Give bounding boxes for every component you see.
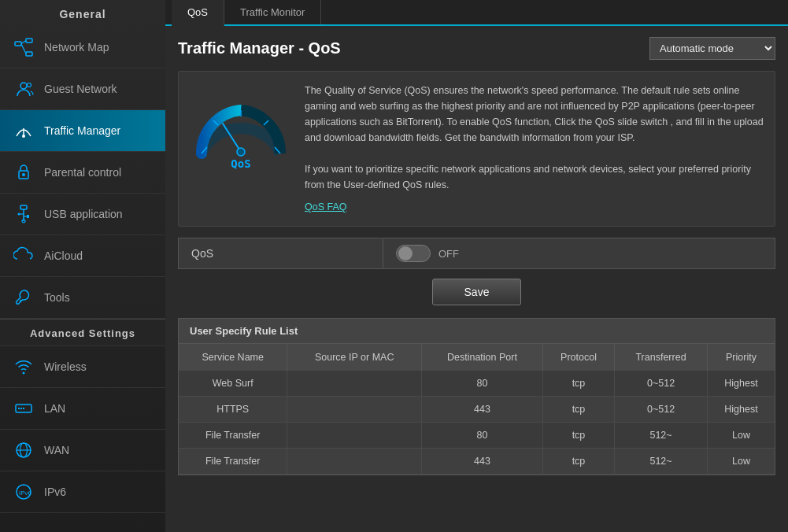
sidebar-item-network-map[interactable]: Network Map: [0, 27, 165, 68]
cell-priority-3: Low: [707, 449, 775, 475]
qos-label: QoS: [179, 239, 383, 268]
sidebar-item-label-parental-control: Parental control: [44, 166, 121, 179]
sidebar-item-label-tools: Tools: [44, 291, 70, 304]
sidebar-item-tools[interactable]: Tools: [0, 277, 165, 319]
cell-dest-port-1: 443: [422, 397, 543, 423]
cell-dest-port-0: 80: [422, 371, 543, 397]
parental-control-icon: [13, 161, 35, 183]
qos-faq-link[interactable]: QoS FAQ: [305, 199, 764, 215]
qos-toggle-switch[interactable]: [396, 245, 431, 262]
cell-transferred-2: 512~: [615, 423, 708, 449]
tools-icon: [13, 286, 35, 308]
tab-bar: QoS Traffic Monitor: [165, 0, 788, 26]
rule-table: Service Name Source IP or MAC Destinatio…: [179, 344, 775, 475]
sidebar-item-usb-application[interactable]: USB application: [0, 194, 165, 235]
table-row: File Transfer 443 tcp 512~ Low: [179, 449, 775, 475]
svg-point-6: [28, 83, 31, 87]
aicloud-icon: [13, 245, 35, 267]
info-paragraph: The Quality of Service (QoS) ensures the…: [305, 85, 764, 190]
tab-qos[interactable]: QoS: [172, 0, 224, 26]
sidebar-item-lan[interactable]: LAN: [0, 388, 165, 430]
ipv6-icon: IPv6: [13, 481, 35, 503]
cell-dest-port-3: 443: [422, 449, 543, 475]
sidebar: General Network Map Guest Network: [0, 0, 165, 532]
col-dest-port: Destination Port: [422, 344, 543, 371]
col-service-name: Service Name: [179, 344, 287, 371]
network-map-icon: [13, 36, 35, 58]
mode-select[interactable]: Automatic mode Manual mode Disable: [649, 37, 775, 60]
cell-transferred-3: 512~: [615, 449, 708, 475]
usb-application-icon: [13, 203, 35, 225]
lan-icon: [13, 397, 35, 419]
sidebar-item-label-network-map: Network Map: [44, 41, 109, 54]
cell-priority-2: Low: [707, 423, 775, 449]
cell-protocol-1: tcp: [542, 397, 614, 423]
svg-line-3: [21, 41, 26, 44]
sidebar-advanced-label: Advanced Settings: [0, 319, 165, 346]
cell-service-1: HTTPS: [179, 397, 287, 423]
sidebar-item-label-ipv6: IPv6: [44, 486, 66, 498]
tab-traffic-monitor[interactable]: Traffic Monitor: [224, 0, 321, 24]
sidebar-item-aicloud[interactable]: AiCloud: [0, 235, 165, 277]
sidebar-item-wan[interactable]: WAN: [0, 430, 165, 471]
cell-protocol-3: tcp: [542, 449, 614, 475]
svg-point-35: [237, 148, 245, 156]
info-text: The Quality of Service (QoS) ensures the…: [305, 83, 764, 215]
qos-row: QoS OFF: [178, 238, 775, 269]
sidebar-item-parental-control[interactable]: Parental control: [0, 152, 165, 194]
col-transferred: Transferred: [615, 344, 708, 371]
svg-rect-0: [15, 42, 21, 46]
table-row: HTTPS 443 tcp 0~512 Highest: [179, 397, 775, 423]
sidebar-item-label-traffic-manager: Traffic Manager: [44, 124, 120, 137]
col-source-ip: Source IP or MAC: [287, 344, 422, 371]
svg-point-5: [20, 83, 27, 89]
content-area: Traffic Manager - QoS Automatic mode Man…: [165, 26, 788, 532]
col-priority: Priority: [707, 344, 775, 371]
svg-point-8: [22, 135, 25, 138]
svg-point-10: [22, 173, 25, 176]
info-box: QoS The Quality of Service (QoS) ensures…: [178, 71, 775, 227]
svg-line-4: [21, 44, 26, 54]
qos-toggle-area: OFF: [383, 238, 775, 268]
save-area: Save: [178, 279, 775, 305]
guest-network-icon: [13, 78, 35, 100]
sidebar-item-wireless[interactable]: Wireless: [0, 346, 165, 388]
page-title: Traffic Manager - QoS: [178, 39, 341, 57]
cell-dest-port-2: 80: [422, 423, 543, 449]
cell-service-3: File Transfer: [179, 449, 287, 475]
cell-service-0: Web Surf: [179, 371, 287, 397]
main-content: QoS Traffic Monitor Traffic Manager - Qo…: [165, 0, 788, 532]
sidebar-item-label-lan: LAN: [44, 402, 65, 415]
cell-transferred-0: 0~512: [615, 371, 708, 397]
sidebar-item-guest-network[interactable]: Guest Network: [0, 68, 165, 110]
cell-source-3: [287, 449, 422, 475]
cell-service-2: File Transfer: [179, 423, 287, 449]
traffic-manager-icon: [13, 120, 35, 142]
page-header: Traffic Manager - QoS Automatic mode Man…: [178, 37, 775, 60]
svg-rect-2: [26, 52, 32, 56]
sidebar-item-label-aicloud: AiCloud: [44, 249, 83, 262]
svg-point-19: [23, 372, 25, 375]
sidebar-item-ipv6[interactable]: IPv6 IPv6: [0, 471, 165, 513]
rule-table-title: User Specify Rule List: [179, 319, 775, 344]
toggle-knob: [398, 246, 412, 260]
svg-rect-1: [26, 39, 32, 42]
cell-transferred-1: 0~512: [615, 397, 708, 423]
sidebar-general-label: General: [0, 0, 165, 27]
col-protocol: Protocol: [542, 344, 614, 371]
cell-priority-0: Highest: [707, 371, 775, 397]
svg-point-15: [18, 213, 20, 216]
rule-table-section: User Specify Rule List Service Name Sour…: [178, 318, 775, 475]
cell-protocol-2: tcp: [542, 423, 614, 449]
cell-protocol-0: tcp: [542, 371, 614, 397]
sidebar-item-label-wireless: Wireless: [44, 360, 87, 373]
save-button[interactable]: Save: [432, 279, 522, 305]
sidebar-item-label-usb-application: USB application: [44, 208, 123, 220]
sidebar-item-label-guest-network: Guest Network: [44, 83, 117, 95]
sidebar-item-traffic-manager[interactable]: Traffic Manager: [0, 110, 165, 152]
table-row: Web Surf 80 tcp 0~512 Highest: [179, 371, 775, 397]
cell-source-2: [287, 423, 422, 449]
qos-toggle-state: OFF: [438, 248, 459, 260]
cell-source-0: [287, 371, 422, 397]
cell-source-1: [287, 397, 422, 423]
